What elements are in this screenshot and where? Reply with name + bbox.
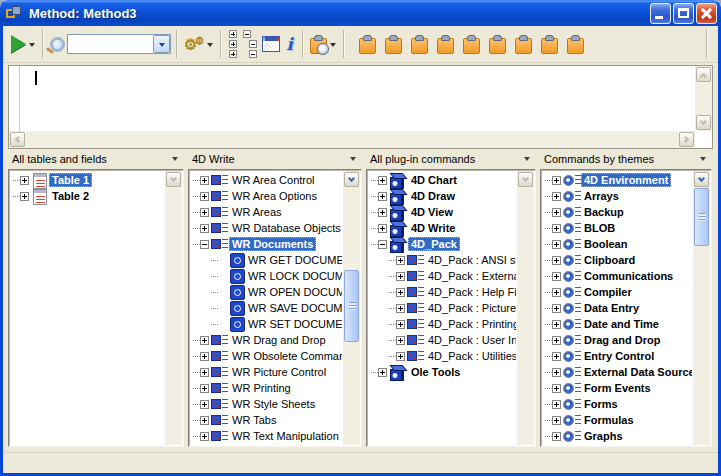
tree-item-label[interactable]: Table 2: [49, 189, 92, 203]
tree-item-label[interactable]: WR Drag and Drop: [229, 333, 329, 347]
tree-item-label[interactable]: Formulas: [581, 413, 637, 427]
tree-item-label[interactable]: WR SET DOCUMENT IN: [245, 317, 342, 331]
scroll-down-button[interactable]: [696, 115, 711, 130]
tree-row[interactable]: WR Picture Control: [191, 364, 342, 380]
code-editor[interactable]: [8, 65, 713, 149]
tree-row[interactable]: Formulas: [543, 412, 692, 428]
tree-row[interactable]: Ole Tools: [369, 364, 516, 380]
tree-item-label[interactable]: WR Text Manipulation: [229, 429, 342, 443]
information-button[interactable]: i: [282, 34, 296, 55]
panel-menu-arrow-icon[interactable]: [350, 157, 356, 161]
scroll-down-button[interactable]: [344, 172, 359, 187]
collapse-all-button[interactable]: [240, 27, 260, 61]
tree-row[interactable]: 4D_Pack : Help Files: [369, 284, 516, 300]
tree-item-label[interactable]: 4D Write: [408, 221, 458, 235]
clipboard-slot-button[interactable]: [385, 35, 402, 54]
clipboard-slot-button[interactable]: [541, 35, 558, 54]
scroll-down-button[interactable]: [166, 172, 181, 187]
tree-row[interactable]: Entry Control: [543, 348, 692, 364]
tree-row[interactable]: Forms: [543, 396, 692, 412]
expand-plus-box[interactable]: [396, 256, 405, 265]
expand-plus-box[interactable]: [396, 336, 405, 345]
tree-item-label[interactable]: Graphs: [581, 429, 626, 443]
expand-plus-box[interactable]: [552, 256, 561, 265]
tree-row[interactable]: BLOB: [543, 220, 692, 236]
expand-plus-box[interactable]: [552, 304, 561, 313]
combo-dropdown-button[interactable]: [153, 35, 170, 53]
tree-row[interactable]: 4D_Pack : Picture fil: [369, 300, 516, 316]
expand-plus-box[interactable]: [396, 288, 405, 297]
expand-plus-box[interactable]: [396, 272, 405, 281]
tree-item-label[interactable]: WR Area Options: [229, 189, 320, 203]
tree-row[interactable]: WR Documents: [191, 236, 342, 252]
tree-row[interactable]: 4D_Pack : Printing: [369, 316, 516, 332]
tree-item-label[interactable]: 4D_Pack : External: [425, 269, 516, 283]
scrollbar-track[interactable]: [165, 188, 182, 428]
clipboard-slot-button[interactable]: [463, 35, 480, 54]
plugin-commands-list[interactable]: 4D Chart4D Draw4D View4D Write4D_Pack4D_…: [366, 169, 536, 447]
expand-plus-box[interactable]: [378, 224, 387, 233]
tree-item-label[interactable]: WR Area Control: [229, 173, 318, 187]
panel-menu-arrow-icon[interactable]: [172, 157, 178, 161]
clipboard-slot-button[interactable]: [567, 35, 584, 54]
expand-plus-box[interactable]: [200, 176, 209, 185]
tree-row[interactable]: 4D_Pack : User Inte: [369, 332, 516, 348]
list-vertical-scrollbar[interactable]: [693, 171, 710, 445]
4d-write-commands-list[interactable]: WR Area ControlWR Area OptionsWR AreasWR…: [188, 169, 362, 447]
tree-item-label[interactable]: WR Obsolete Commands: [229, 349, 342, 363]
tree-row[interactable]: 4D Write: [369, 220, 516, 236]
tree-row[interactable]: WR SET DOCUMENT IN: [191, 316, 342, 332]
expand-plus-box[interactable]: [200, 192, 209, 201]
tree-row[interactable]: Clipboard: [543, 252, 692, 268]
clipboard-slot-button[interactable]: [411, 35, 428, 54]
collapse-minus-box[interactable]: [200, 240, 209, 249]
expand-plus-box[interactable]: [200, 432, 209, 441]
tree-item-label[interactable]: WR Printing: [229, 381, 294, 395]
tree-row[interactable]: Date and Time: [543, 316, 692, 332]
tree-item-label[interactable]: 4D_Pack : ANSI stre: [425, 253, 516, 267]
tree-item-label[interactable]: WR Picture Control: [229, 365, 329, 379]
editor-vertical-scrollbar[interactable]: [695, 66, 712, 131]
tree-item-label[interactable]: BLOB: [581, 221, 618, 235]
expand-plus-box[interactable]: [396, 304, 405, 313]
expand-all-button[interactable]: [226, 27, 240, 61]
scroll-right-button[interactable]: [679, 132, 694, 147]
clipboard-slot-button[interactable]: [515, 35, 532, 54]
tree-item-label[interactable]: Arrays: [581, 189, 622, 203]
run-method-button[interactable]: [9, 33, 37, 55]
panel-menu-arrow-icon[interactable]: [700, 157, 706, 161]
expand-plus-box[interactable]: [378, 368, 387, 377]
tree-item-label[interactable]: Backup: [581, 205, 627, 219]
clipboard-slot-button[interactable]: [437, 35, 454, 54]
tree-row[interactable]: Graphs: [543, 428, 692, 444]
tree-item-label[interactable]: WR OPEN DOCUMENT: [245, 285, 342, 299]
expand-plus-box[interactable]: [200, 384, 209, 393]
panel-menu-arrow-icon[interactable]: [524, 157, 530, 161]
tree-row[interactable]: External Data Source: [543, 364, 692, 380]
tree-item-label[interactable]: WR GET DOCUMENT IN: [245, 253, 342, 267]
tree-item-label[interactable]: 4D_Pack : Printing: [425, 317, 516, 331]
clipboard-slot-button[interactable]: [359, 35, 376, 54]
expand-plus-box[interactable]: [396, 352, 405, 361]
tree-item-label[interactable]: WR SAVE DOCUMENT: [245, 301, 342, 315]
scroll-left-button[interactable]: [10, 132, 25, 147]
expand-plus-box[interactable]: [552, 432, 561, 441]
expand-plus-box[interactable]: [552, 336, 561, 345]
clipboard-slot-button[interactable]: [489, 35, 506, 54]
method-properties-button[interactable]: ⚙ ⚙: [182, 35, 215, 54]
tree-item-label[interactable]: Entry Control: [581, 349, 657, 363]
tree-item-label[interactable]: 4D_Pack : User Inte: [425, 333, 516, 347]
expand-plus-box[interactable]: [200, 416, 209, 425]
tree-row[interactable]: 4D Draw: [369, 188, 516, 204]
tree-item-label[interactable]: Ole Tools: [408, 365, 463, 379]
tree-item-label[interactable]: WR Style Sheets: [229, 397, 318, 411]
tree-row[interactable]: 4D View: [369, 204, 516, 220]
tree-item-label[interactable]: 4D View: [408, 205, 456, 219]
tree-row[interactable]: WR Printing: [191, 380, 342, 396]
tree-row[interactable]: Table 1: [11, 172, 164, 188]
close-button[interactable]: [696, 3, 717, 24]
tree-item-label[interactable]: WR Areas: [229, 205, 285, 219]
tree-row[interactable]: 4D_Pack : External: [369, 268, 516, 284]
tree-item-label[interactable]: 4D Draw: [408, 189, 458, 203]
list-vertical-scrollbar[interactable]: [517, 171, 534, 445]
